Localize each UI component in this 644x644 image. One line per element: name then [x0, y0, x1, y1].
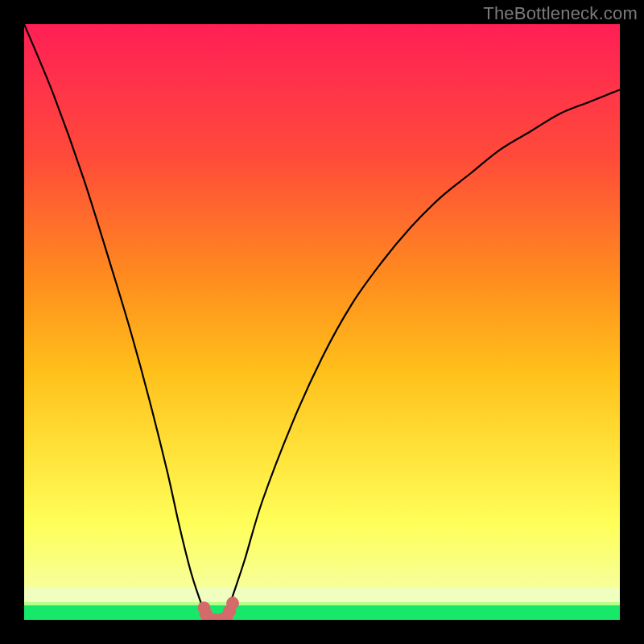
bottleneck-chart-svg — [24, 24, 620, 620]
gradient-background — [24, 24, 620, 620]
watermark-text: TheBottleneck.com — [483, 3, 638, 24]
pale-stripe — [24, 588, 620, 602]
chart-frame: TheBottleneck.com — [0, 0, 644, 644]
green-stripe — [24, 605, 620, 620]
mid-green-stripe — [24, 602, 620, 605]
plot-area — [24, 24, 620, 620]
marker-dot — [226, 597, 239, 609]
